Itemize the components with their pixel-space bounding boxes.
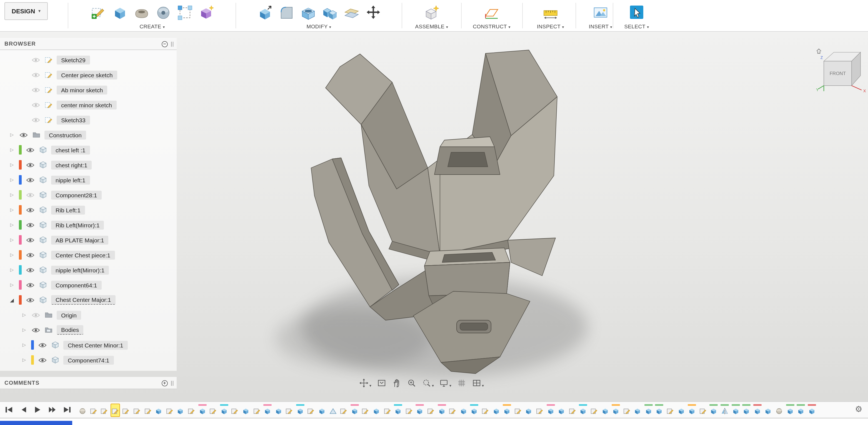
go-to-start-button[interactable] (4, 406, 13, 414)
timeline-item-loft[interactable] (329, 404, 337, 416)
browser-item-label[interactable]: Construction (44, 130, 86, 139)
expand-arrow-icon[interactable]: ▷ (9, 192, 15, 197)
browser-row[interactable]: ▷nipple left:1 (0, 172, 177, 187)
viewcube[interactable]: FRONT X Y Z (815, 47, 866, 98)
visibility-eye-icon[interactable] (38, 342, 46, 348)
browser-row[interactable]: ◢Chest Center Major:1 (0, 292, 177, 307)
browser-row[interactable]: Ab minor sketch (0, 82, 177, 97)
timeline-item-sketch[interactable] (133, 404, 141, 416)
timeline-item-extrude[interactable] (677, 404, 685, 416)
visibility-eye-icon[interactable] (31, 312, 40, 318)
browser-row[interactable]: ▷Bodies (0, 322, 177, 337)
timeline-item-extrude[interactable] (525, 404, 533, 416)
visibility-eye-icon[interactable] (38, 357, 46, 363)
timeline-item-sketch[interactable] (231, 404, 239, 416)
browser-row[interactable]: center minor sketch (0, 97, 177, 112)
play-button[interactable] (33, 406, 41, 414)
browser-row[interactable]: Sketch29 (0, 52, 177, 67)
timeline-item-extrude[interactable] (263, 404, 272, 416)
browser-item-label[interactable]: Component74:1 (63, 356, 114, 364)
timeline-item-extrude[interactable] (644, 404, 653, 416)
timeline-item-sketch[interactable] (535, 404, 544, 416)
timeline-item-extrude[interactable] (742, 404, 750, 416)
timeline-item-extrude[interactable] (372, 404, 380, 416)
extrude-icon[interactable] (112, 4, 128, 21)
timeline-item-sketch[interactable] (100, 404, 108, 416)
insert-canvas-icon[interactable] (592, 4, 609, 21)
expand-arrow-icon[interactable]: ▷ (9, 222, 15, 227)
browser-item-label[interactable]: AB PLATE Major:1 (51, 235, 108, 244)
timeline-item-extrude[interactable] (808, 404, 816, 416)
timeline-item-sketch[interactable] (448, 404, 457, 416)
construct-menu[interactable]: CONSTRUCT ▾ (464, 23, 519, 29)
timeline-item-sketch[interactable] (111, 404, 119, 416)
visibility-eye-icon[interactable] (26, 207, 34, 213)
press-pull-icon[interactable] (256, 4, 273, 21)
timeline-item-extrude[interactable] (764, 404, 772, 416)
select-tool-icon[interactable] (628, 4, 645, 21)
timeline-item-extrude[interactable] (470, 404, 478, 416)
browser-row[interactable]: ▷chest right:1 (0, 157, 177, 172)
modify-menu[interactable]: MODIFY ▾ (239, 23, 399, 29)
browser-row[interactable]: ▷Center Chest piece:1 (0, 247, 177, 262)
browser-item-label[interactable]: chest left :1 (51, 145, 90, 154)
design-workspace-selector[interactable]: DESIGN ▾ (4, 2, 48, 20)
timeline-item-extrude[interactable] (296, 404, 304, 416)
timeline-item-sketch[interactable] (383, 404, 391, 416)
step-forward-button[interactable] (47, 406, 57, 414)
combine-icon[interactable] (321, 4, 338, 21)
visibility-eye-icon[interactable] (26, 192, 34, 198)
collapse-arrow-icon[interactable]: ◢ (9, 297, 15, 303)
browser-item-label[interactable]: center minor sketch (57, 100, 116, 109)
timeline-item-extrude[interactable] (274, 404, 282, 416)
split-body-icon[interactable] (343, 4, 360, 21)
browser-row[interactable]: Sketch33 (0, 112, 177, 127)
browser-row[interactable]: ▷Component74:1 (0, 352, 177, 367)
timeline-item-revolve[interactable] (775, 404, 783, 416)
browser-item-label[interactable]: nipple left:1 (51, 175, 90, 184)
expand-arrow-icon[interactable]: ▷ (9, 147, 15, 152)
timeline-item-sketch[interactable] (405, 404, 413, 416)
expand-arrow-icon[interactable]: ▷ (9, 237, 15, 243)
visibility-eye-icon[interactable] (31, 102, 40, 108)
browser-item-label[interactable]: Center Chest piece:1 (51, 250, 115, 259)
browser-item-label[interactable]: Rib Left(Mirror):1 (51, 220, 104, 229)
timeline-item-sketch[interactable] (89, 404, 97, 416)
timeline-item-sketch[interactable] (590, 404, 598, 416)
timeline-item-sketch[interactable] (361, 404, 370, 416)
timeline-item-extrude[interactable] (459, 404, 468, 416)
expand-arrow-icon[interactable]: ▷ (21, 328, 27, 333)
browser-item-label[interactable]: Sketch29 (57, 55, 90, 64)
expand-arrow-icon[interactable]: ▷ (21, 312, 27, 317)
timeline-item-sketch[interactable] (122, 404, 130, 416)
assemble-menu[interactable]: ASSEMBLE ▾ (404, 23, 459, 29)
visibility-eye-icon[interactable] (26, 252, 34, 258)
construction-plane-icon[interactable] (483, 4, 500, 21)
expand-arrow-icon[interactable]: ▷ (9, 252, 15, 257)
timeline-item-sketch[interactable] (568, 404, 576, 416)
visibility-eye-icon[interactable] (31, 117, 40, 122)
revolve-icon[interactable] (133, 4, 150, 21)
visibility-eye-icon[interactable] (26, 222, 34, 228)
display-settings-icon[interactable]: ▾ (439, 378, 452, 388)
browser-item-label[interactable]: Chest Center Minor:1 (63, 340, 128, 349)
browser-item-label[interactable]: Chest Center Major:1 (51, 295, 116, 305)
create-sketch-icon[interactable] (90, 4, 106, 21)
visibility-eye-icon[interactable] (26, 237, 34, 243)
browser-row[interactable]: Center piece sketch (0, 67, 177, 82)
timeline-item-extrude[interactable] (242, 404, 250, 416)
expand-arrow-icon[interactable]: ▷ (21, 358, 27, 363)
timeline-item-extrude[interactable] (546, 404, 555, 416)
panel-grip-icon[interactable] (171, 41, 173, 47)
go-to-end-button[interactable] (63, 406, 72, 414)
browser-row[interactable]: ▷Chest Center Minor:1 (0, 337, 177, 352)
visibility-eye-icon[interactable] (31, 72, 40, 78)
timeline-item-sketch[interactable] (165, 404, 174, 416)
timeline-item-extrude[interactable] (503, 404, 511, 416)
timeline-item-extrude[interactable] (437, 404, 446, 416)
visibility-eye-icon[interactable] (26, 297, 34, 303)
timeline-item-extrude[interactable] (797, 404, 805, 416)
pan-hand-icon[interactable] (391, 378, 401, 388)
timeline-item-extrude[interactable] (731, 404, 740, 416)
move-icon[interactable] (365, 4, 381, 21)
